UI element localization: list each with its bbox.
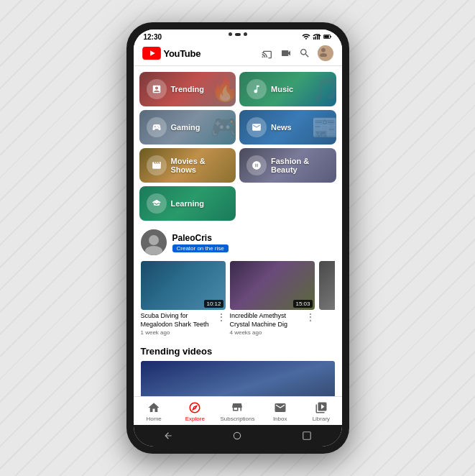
nav-inbox-label: Inbox (273, 416, 287, 422)
library-nav-icon (315, 401, 328, 414)
video-more-2[interactable]: ⋮ (306, 312, 315, 336)
creator-info: PaleoCris Creator on the rise (172, 233, 229, 252)
category-gaming[interactable]: Gaming 🎮 (139, 110, 236, 145)
svg-rect-0 (313, 37, 315, 40)
video-title-2: Incredible Amethyst Crystal Machine Dig (230, 312, 303, 329)
creator-badge: Creator on the rise (172, 244, 229, 252)
creator-name: PaleoCris (172, 233, 229, 243)
nav-home[interactable]: Home (138, 401, 170, 422)
trending-bg-icon: 🔥 (211, 75, 236, 103)
fashion-label: Fashion & Beauty (271, 157, 329, 174)
wifi-icon (302, 32, 310, 41)
status-icons (302, 32, 332, 41)
phone-frame: 12:30 YouTube (126, 22, 349, 454)
news-label: News (271, 123, 292, 132)
creator-section: PaleoCris Creator on the rise 10:12 S (134, 224, 342, 342)
video-thumb-1: 10:12 (141, 261, 226, 310)
movies-label: Movies & Shows (171, 157, 229, 174)
nav-subs-label: Subscriptions (220, 416, 254, 422)
video-thumb-3 (319, 261, 335, 310)
news-bg-icon: 📰 (311, 114, 336, 141)
video-age-2: 4 weeks ago (230, 329, 303, 336)
trending-icon-bg (147, 79, 167, 99)
user-avatar[interactable] (318, 45, 333, 61)
category-news[interactable]: News 📰 (239, 110, 336, 145)
category-music[interactable]: Music 🎵 (239, 72, 336, 106)
video-card-2[interactable]: 15:03 Incredible Amethyst Crystal Machin… (230, 261, 315, 336)
category-fashion[interactable]: Fashion & Beauty (239, 148, 336, 183)
bottom-nav: Home Explore Subscriptions Inbox Library (134, 396, 342, 425)
categories-grid: Trending 🔥 Music 🎵 Gaming (134, 66, 342, 224)
svg-point-12 (149, 235, 159, 245)
inbox-nav-icon (274, 401, 287, 414)
trending-label: Trending (171, 85, 204, 93)
creator-avatar[interactable] (141, 229, 167, 255)
trending-section-title: Trending videos (141, 346, 335, 357)
gaming-bg-icon: 🎮 (211, 114, 236, 141)
search-icon[interactable] (299, 47, 310, 59)
nav-home-label: Home (146, 416, 161, 422)
svg-rect-17 (303, 432, 311, 440)
cast-icon[interactable] (262, 47, 273, 59)
signal-icon (313, 32, 321, 41)
nav-library[interactable]: Library (305, 401, 337, 422)
video-meta-1: Scuba Diving for Megalodon Shark Teeth 1… (141, 312, 214, 336)
video-age-1: 1 week ago (141, 329, 214, 336)
video-thumb-2: 15:03 (230, 261, 315, 310)
home-button[interactable] (231, 429, 244, 442)
status-time: 12:30 (144, 33, 162, 41)
youtube-icon (142, 47, 161, 60)
svg-rect-3 (318, 35, 320, 40)
battery-icon (323, 32, 332, 41)
svg-rect-5 (324, 35, 329, 38)
sensor-dot (244, 32, 247, 36)
video-more-1[interactable]: ⋮ (217, 312, 226, 336)
music-icon-bg (246, 79, 267, 99)
camera-dot (229, 32, 232, 36)
svg-rect-2 (317, 35, 318, 40)
subscriptions-nav-icon (231, 401, 244, 414)
gaming-label: Gaming (171, 123, 200, 132)
learning-label: Learning (171, 199, 204, 208)
category-trending[interactable]: Trending 🔥 (139, 72, 236, 106)
video-duration-1: 10:12 (204, 300, 223, 308)
nav-subscriptions[interactable]: Subscriptions (220, 401, 254, 422)
svg-point-9 (321, 48, 326, 52)
music-label: Music (271, 85, 293, 93)
speaker (235, 33, 241, 36)
status-bar: 12:30 (134, 29, 342, 42)
back-button[interactable] (162, 429, 175, 442)
creator-header: PaleoCris Creator on the rise (141, 229, 335, 255)
youtube-logo: YouTube (142, 47, 201, 60)
learning-icon-bg (147, 193, 167, 214)
android-nav-bar (134, 425, 342, 447)
phone-screen: 12:30 YouTube (134, 29, 342, 447)
video-title-1: Scuba Diving for Megalodon Shark Teeth (141, 312, 214, 329)
svg-rect-14 (141, 361, 335, 396)
svg-point-16 (234, 432, 241, 439)
video-info-2: Incredible Amethyst Crystal Machine Dig … (230, 310, 315, 336)
category-movies[interactable]: Movies & Shows (139, 148, 236, 183)
video-duration-2: 15:03 (293, 300, 312, 308)
nav-inbox[interactable]: Inbox (264, 401, 296, 422)
recents-button[interactable] (300, 429, 313, 442)
top-actions (262, 45, 333, 61)
movies-icon-bg (147, 155, 167, 175)
video-card-1[interactable]: 10:12 Scuba Diving for Megalodon Shark T… (141, 261, 226, 336)
nav-library-label: Library (313, 416, 330, 422)
app-name: YouTube (164, 48, 201, 59)
video-meta-2: Incredible Amethyst Crystal Machine Dig … (230, 312, 303, 336)
main-scroll-area[interactable]: Trending 🔥 Music 🎵 Gaming (134, 66, 342, 396)
explore-nav-icon (188, 401, 201, 414)
category-learning[interactable]: Learning (139, 186, 236, 221)
fashion-icon-bg (246, 155, 267, 175)
trending-thumbnail[interactable] (141, 361, 335, 396)
video-info-1: Scuba Diving for Megalodon Shark Teeth 1… (141, 310, 226, 336)
gaming-icon-bg (147, 117, 167, 137)
top-bar: YouTube (134, 42, 342, 66)
video-card-3[interactable] (319, 261, 335, 336)
news-icon-bg (246, 117, 267, 137)
camera-icon[interactable] (280, 47, 292, 59)
nav-explore[interactable]: Explore (179, 401, 211, 422)
svg-rect-1 (315, 37, 316, 40)
